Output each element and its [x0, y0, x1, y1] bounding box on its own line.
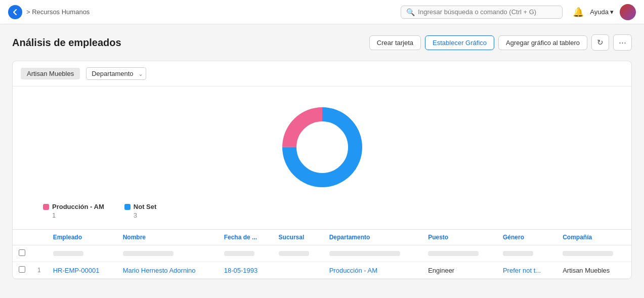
agregar-grafico-button[interactable]: Agregar gráfico al tablero — [498, 35, 587, 50]
loading-cell-6 — [422, 245, 497, 262]
page-content: Análisis de empleados Crear tarjeta Esta… — [0, 24, 644, 289]
help-label: Ayuda — [590, 8, 609, 16]
help-chevron-icon: ▾ — [610, 8, 614, 16]
row1-nombre: Mario Hernesto Adornino — [117, 262, 218, 279]
row1-genero-link[interactable]: Prefer not t... — [503, 267, 541, 274]
loading-row-num — [31, 245, 47, 262]
th-empleado[interactable]: Empleado — [47, 230, 117, 245]
loading-cell-2 — [117, 245, 218, 262]
more-options-button[interactable]: ⋯ — [613, 34, 632, 51]
th-compania[interactable]: Compañía — [556, 230, 631, 245]
donut-center — [297, 122, 348, 173]
row1-empleado: HR-EMP-00001 — [47, 262, 117, 279]
th-row-num — [31, 230, 47, 245]
row1-sucursal — [273, 262, 323, 279]
page-title: Análisis de empleados — [12, 37, 369, 49]
row1-departamento-link[interactable]: Producción - AM — [329, 267, 377, 274]
loading-cell-4 — [273, 245, 323, 262]
main-card: Artisan Muebles Departamento — [12, 61, 632, 279]
group-by-select[interactable]: Departamento — [86, 67, 146, 80]
nav-right-area: 🔔 Ayuda ▾ — [573, 4, 636, 20]
row1-empleado-link[interactable]: HR-EMP-00001 — [53, 267, 100, 274]
group-by-filter-wrap[interactable]: Departamento — [86, 67, 146, 80]
th-nombre[interactable]: Nombre — [117, 230, 218, 245]
legend-count-produccion: 1 — [43, 211, 104, 219]
row1-puesto: Engineer — [422, 262, 497, 279]
table-body: 1 HR-EMP-00001 Mario Hernesto Adornino 1… — [13, 245, 631, 279]
table-loading-row — [13, 245, 631, 262]
row1-genero: Prefer not t... — [497, 262, 556, 279]
th-sucursal[interactable]: Sucursal — [273, 230, 323, 245]
refresh-button[interactable]: ↻ — [591, 34, 609, 51]
company-filter-tag[interactable]: Artisan Muebles — [21, 68, 80, 79]
loading-cell-8 — [556, 245, 631, 262]
th-fecha[interactable]: Fecha de ... — [218, 230, 273, 245]
filters-bar: Artisan Muebles Departamento — [13, 61, 631, 87]
page-header: Análisis de empleados Crear tarjeta Esta… — [12, 34, 632, 51]
table-header: Empleado Nombre Fecha de ... Sucursal De… — [13, 230, 631, 245]
search-bar[interactable]: 🔍 — [401, 6, 563, 19]
th-departamento[interactable]: Departamento — [323, 230, 422, 245]
loading-cell-3 — [218, 245, 273, 262]
loading-cell-5 — [323, 245, 422, 262]
row1-fecha-link[interactable]: 18-05-1993 — [224, 267, 258, 274]
row1-departamento: Producción - AM — [323, 262, 422, 279]
user-avatar[interactable] — [620, 4, 636, 20]
chart-legend: Producción - AM 1 Not Set 3 — [23, 203, 156, 219]
row1-nombre-link[interactable]: Mario Hernesto Adornino — [123, 267, 196, 274]
legend-item-produccion: Producción - AM 1 — [43, 203, 104, 219]
breadcrumb: > Recursos Humanos — [26, 8, 90, 16]
help-menu[interactable]: Ayuda ▾ — [590, 8, 614, 16]
loading-cell-1 — [47, 245, 117, 262]
donut-svg — [277, 102, 368, 193]
loading-cell-7 — [497, 245, 556, 262]
chart-area: Producción - AM 1 Not Set 3 — [13, 87, 631, 229]
row1-compania: Artisan Muebles — [556, 262, 631, 279]
search-icon: 🔍 — [406, 8, 415, 16]
loading-row-checkbox[interactable] — [19, 249, 25, 256]
notifications-icon[interactable]: 🔔 — [573, 7, 584, 18]
legend-item-notset: Not Set 3 — [124, 203, 157, 219]
donut-chart — [277, 102, 368, 193]
legend-label-produccion: Producción - AM — [52, 203, 104, 210]
th-genero[interactable]: Género — [497, 230, 556, 245]
table-row: 1 HR-EMP-00001 Mario Hernesto Adornino 1… — [13, 262, 631, 279]
data-table: Empleado Nombre Fecha de ... Sucursal De… — [13, 229, 631, 279]
nav-back-button[interactable] — [8, 5, 22, 19]
establecer-grafico-button[interactable]: Establecer Gráfico — [425, 35, 494, 50]
top-nav: > Recursos Humanos 🔍 🔔 Ayuda ▾ — [0, 0, 644, 24]
legend-label-notset: Not Set — [134, 203, 157, 210]
legend-dot-blue — [124, 204, 131, 210]
th-checkbox — [13, 230, 31, 245]
header-actions: Crear tarjeta Establecer Gráfico Agregar… — [369, 34, 632, 51]
legend-count-notset: 3 — [124, 211, 157, 219]
row1-fecha: 18-05-1993 — [218, 262, 273, 279]
legend-dot-pink — [43, 204, 49, 210]
row1-num: 1 — [31, 262, 47, 279]
search-input[interactable] — [418, 8, 557, 16]
crear-tarjeta-button[interactable]: Crear tarjeta — [369, 35, 421, 50]
data-table-wrap: Empleado Nombre Fecha de ... Sucursal De… — [13, 229, 631, 279]
th-puesto[interactable]: Puesto — [422, 230, 497, 245]
row1-checkbox[interactable] — [19, 266, 25, 273]
